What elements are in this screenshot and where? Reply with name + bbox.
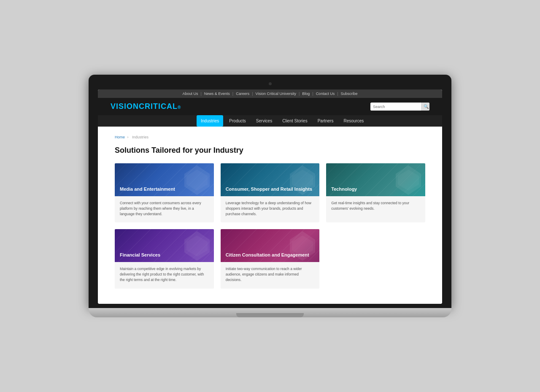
nav-client-stories[interactable]: Client Stories	[278, 115, 311, 127]
svg-marker-6	[184, 231, 210, 261]
card-desc-technology: Get real-time insights and stay connecte…	[326, 196, 425, 217]
card-image-citizen: Citizen Consultation and Engagement	[221, 229, 320, 262]
laptop-frame: About Us | News & Events | Careers | Vis…	[89, 75, 451, 317]
card-title-media: Media and Entertainment	[120, 186, 175, 192]
topbar-subscribe[interactable]: Subscribe	[341, 92, 358, 96]
card-consumer[interactable]: Consumer, Shopper and Retail Insights Le…	[221, 163, 320, 222]
card-financial[interactable]: Financial Services Maintain a competitiv…	[115, 229, 214, 288]
nav-products[interactable]: Products	[225, 115, 250, 127]
screen-bezel: About Us | News & Events | Careers | Vis…	[89, 75, 451, 308]
card-title-technology: Technology	[331, 186, 357, 192]
laptop-base	[89, 308, 451, 317]
topbar-about[interactable]: About Us	[182, 92, 198, 96]
topbar-university[interactable]: Vision Critical University	[256, 92, 296, 96]
card-deco-media	[184, 165, 210, 195]
site-logo[interactable]: VISIONCRITICAL®	[111, 102, 181, 111]
nav-services[interactable]: Services	[252, 115, 276, 127]
card-deco-financial	[184, 231, 210, 261]
card-desc-citizen: Initiate two-way communication to reach …	[221, 262, 320, 288]
nav-partners[interactable]: Partners	[313, 115, 338, 127]
site-topbar: About Us | News & Events | Careers | Vis…	[98, 89, 442, 98]
search-input[interactable]	[370, 103, 421, 111]
topbar-news[interactable]: News & Events	[204, 92, 230, 96]
nav-resources[interactable]: Resources	[339, 115, 368, 127]
card-media[interactable]: Media and Entertainment Connect with you…	[115, 163, 214, 222]
card-desc-media: Connect with your content consumers acro…	[115, 196, 214, 222]
breadcrumb-current: Industries	[132, 135, 148, 139]
svg-marker-1	[186, 170, 208, 191]
search-button[interactable]: 🔍	[421, 103, 429, 111]
breadcrumb: Home › Industries	[115, 135, 425, 139]
topbar-contact[interactable]: Contact Us	[316, 92, 335, 96]
card-title-citizen: Citizen Consultation and Engagement	[226, 252, 309, 258]
breadcrumb-home[interactable]: Home	[115, 135, 125, 139]
page-title: Solutions Tailored for your Industry	[115, 146, 425, 155]
card-image-technology: Technology	[326, 163, 425, 196]
main-nav: Industries Products Services Client Stor…	[98, 115, 442, 127]
svg-marker-0	[184, 165, 210, 195]
card-title-consumer: Consumer, Shopper and Retail Insights	[226, 186, 312, 192]
site-header: VISIONCRITICAL® 🔍	[98, 98, 442, 115]
site-content: Home › Industries Solutions Tailored for…	[98, 127, 442, 304]
nav-industries[interactable]: Industries	[197, 115, 223, 127]
svg-marker-7	[186, 235, 208, 257]
card-title-financial: Financial Services	[120, 252, 160, 258]
svg-marker-4	[396, 165, 421, 195]
card-image-media: Media and Entertainment	[115, 163, 214, 196]
card-citizen[interactable]: Citizen Consultation and Engagement Init…	[221, 229, 320, 288]
search-container: 🔍	[370, 103, 429, 111]
laptop-camera	[269, 82, 272, 85]
topbar-blog[interactable]: Blog	[302, 92, 310, 96]
card-technology[interactable]: Technology Get real-time insights and st…	[326, 163, 425, 222]
card-image-financial: Financial Services	[115, 229, 214, 262]
laptop-screen: About Us | News & Events | Careers | Vis…	[98, 89, 442, 304]
svg-marker-5	[398, 170, 419, 191]
card-desc-financial: Maintain a competitive edge in evolving …	[115, 262, 214, 288]
card-desc-consumer: Leverage technology for a deep understan…	[221, 196, 320, 222]
card-deco-technology	[396, 165, 421, 195]
grid-empty-cell	[326, 229, 425, 288]
industry-grid: Media and Entertainment Connect with you…	[115, 163, 425, 289]
topbar-careers[interactable]: Careers	[236, 92, 249, 96]
card-image-consumer: Consumer, Shopper and Retail Insights	[221, 163, 320, 196]
